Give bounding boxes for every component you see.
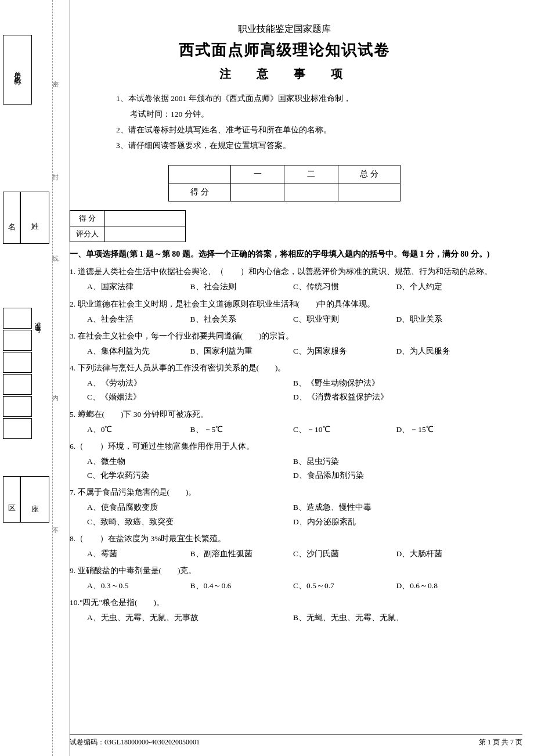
score-header-blank (169, 165, 231, 183)
question-10: 10."四无"粮仓是指( )。 A、无虫、无霉、无鼠、无事故 B、无蝇、无虫、无… (70, 596, 499, 625)
seat-label: 区 (6, 498, 17, 501)
q3-options: A、集体利益为先 B、国家利益为重 C、为国家服务 D、为人民服务 (87, 344, 499, 358)
exam-box-5 (3, 396, 32, 417)
title-notice: 注 意 事 项 (70, 66, 499, 82)
q2-option-a: A、社会生活 (87, 312, 190, 326)
q10-options: A、无虫、无霉、无鼠、无事故 B、无蝇、无虫、无霉、无鼠、 (87, 611, 499, 625)
footer-page-info: 第 1 页 共 7 页 (479, 737, 522, 747)
q10-option-b: B、无蝇、无虫、无霉、无鼠、 (293, 611, 499, 625)
q6-option-a: A、微生物 (87, 455, 293, 469)
footer-code: 试卷编码：03GL18000000-40302020050001 (70, 737, 200, 747)
q5-option-b: B、－5℃ (190, 423, 294, 437)
left-sidebar: 单位名称 密 封 线 内 不 名 姓 准考证号 区 座 (0, 0, 70, 756)
q2-option-d: D、职业关系 (396, 312, 500, 326)
notice-item-3: 3、请仔细阅读答题要求，在规定位置填写答案。 (116, 138, 464, 153)
notice-item-1: 1、本试卷依据 2001 年颁布的《西式面点师》国家职业标准命制， (116, 91, 464, 106)
q8-text: 8.（ ）在盐浓度为 3%时最宜生长繁殖。 (70, 532, 499, 546)
q7-options: A、使食品腐败变质 B、造成急、慢性中毒 C、致畸、致癌、致突变 D、内分泌腺紊… (87, 501, 499, 529)
small-score-row1: 得 分 (70, 211, 186, 226)
q3-option-a: A、集体利益为先 (87, 344, 190, 358)
q9-options: A、0.3～0.5 B、0.4～0.6 C、0.5～0.7 D、0.6～0.8 (87, 579, 499, 593)
small-score-label1: 得 分 (70, 211, 105, 226)
score-cell-total[interactable] (338, 183, 400, 201)
q7-option-a: A、使食品腐败变质 (87, 501, 293, 514)
q5-option-a: A、0℃ (87, 423, 190, 437)
q7-option-b: B、造成急、慢性中毒 (293, 501, 499, 514)
question-4: 4. 下列法律与烹饪人员从事的工作没有密切关系的是( )。 A、《劳动法》 B、… (70, 362, 499, 405)
notice-section: 1、本试卷依据 2001 年颁布的《西式面点师》国家职业标准命制， 考试时间：1… (104, 91, 464, 153)
main-content: 职业技能鉴定国家题库 西式面点师高级理论知识试卷 注 意 事 项 1、本试卷依据… (70, 23, 499, 625)
q5-option-c: C、－10℃ (293, 423, 396, 437)
cut-label-2: 封 (51, 168, 60, 170)
exam-boxes (3, 308, 32, 439)
seat-box2: 座 (20, 476, 49, 523)
q5-option-d: D、－15℃ (396, 423, 500, 437)
score-header-2: 二 (284, 165, 338, 183)
unit-name-box: 单位名称 (3, 35, 32, 105)
q4-options: A、《劳动法》 B、《野生动物保护法》 C、《婚姻法》 D、《消费者权益保护法》 (87, 376, 499, 405)
small-score-table: 得 分 评分人 (70, 210, 186, 242)
score-header-total: 总 分 (338, 165, 400, 183)
q5-options: A、0℃ B、－5℃ C、－10℃ D、－15℃ (87, 423, 499, 437)
q10-text: 10."四无"粮仓是指( )。 (70, 596, 499, 610)
q8-option-d: D、大肠杆菌 (396, 547, 500, 561)
cut-label-5: 不 (51, 523, 60, 524)
score-cell-2[interactable] (284, 183, 338, 201)
section1-header: 一、单项选择题(第 1 题～第 80 题。选择一个正确的答案，将相应的字母填入题… (70, 248, 499, 261)
q6-text: 6.（ ）环境，可通过生物富集作用作用于人体。 (70, 440, 499, 453)
q1-options: A、国家法律 B、社会法则 C、传统习惯 D、个人约定 (87, 280, 499, 294)
small-score-section: 得 分 评分人 (70, 210, 499, 242)
exam-box-1 (3, 308, 32, 329)
q9-text: 9. 亚硝酸盐的中毒剂量是( )克。 (70, 564, 499, 578)
q2-option-b: B、社会关系 (190, 312, 294, 326)
q4-option-b: B、《野生动物保护法》 (293, 376, 499, 390)
small-score-value1[interactable] (104, 211, 185, 226)
question-2: 2. 职业道德在社会主义时期，是社会主义道德原则在职业生活和( )中的具体体现。… (70, 298, 499, 326)
score-header-row: 一 二 总 分 (169, 165, 400, 183)
q7-option-c: C、致畸、致癌、致突变 (87, 515, 293, 529)
question-3: 3. 在社会主义社会中，每一个行业都要共同遵循( )的宗旨。 A、集体利益为先 … (70, 330, 499, 358)
q1-option-d: D、个人约定 (396, 280, 500, 294)
q1-option-b: B、社会法则 (190, 280, 294, 294)
q4-option-c: C、《婚姻法》 (87, 390, 293, 404)
small-score-row2: 评分人 (70, 226, 186, 242)
score-cell-1[interactable] (230, 183, 284, 201)
question-5: 5. 蟑螂在( )下 30 分钟即可被冻死。 A、0℃ B、－5℃ C、－10℃… (70, 408, 499, 437)
q2-text: 2. 职业道德在社会主义时期，是社会主义道德原则在职业生活和( )中的具体体现。 (70, 298, 499, 311)
q8-option-a: A、霉菌 (87, 547, 190, 561)
q6-options: A、微生物 B、昆虫污染 C、化学农药污染 D、食品添加剂污染 (87, 455, 499, 483)
q4-option-a: A、《劳动法》 (87, 376, 293, 390)
q9-option-c: C、0.5～0.7 (293, 579, 396, 593)
q1-text: 1. 道德是人类社会生活中依据社会舆论、（ ）和内心信念，以善恶评价为标准的意识… (70, 265, 499, 279)
q7-option-d: D、内分泌腺紊乱 (293, 515, 499, 529)
q8-option-c: C、沙门氏菌 (293, 547, 396, 561)
cut-label-3: 线 (51, 250, 60, 251)
small-score-value2[interactable] (104, 226, 185, 242)
question-7: 7. 不属于食品污染危害的是( )。 A、使食品腐败变质 B、造成急、慢性中毒 … (70, 486, 499, 529)
q1-option-a: A、国家法律 (87, 280, 190, 294)
title-area: 职业技能鉴定国家题库 西式面点师高级理论知识试卷 注 意 事 项 (70, 23, 499, 82)
q4-option-d: D、《消费者权益保护法》 (293, 390, 499, 404)
score-table: 一 二 总 分 得 分 (168, 165, 400, 201)
q6-option-d: D、食品添加剂污染 (293, 469, 499, 483)
q9-option-d: D、0.6～0.8 (396, 579, 500, 593)
question-1: 1. 道德是人类社会生活中依据社会舆论、（ ）和内心信念，以善恶评价为标准的意识… (70, 265, 499, 294)
cut-line (52, 0, 53, 756)
score-header-1: 一 (230, 165, 284, 183)
score-section: 一 二 总 分 得 分 (70, 165, 499, 201)
cut-label-4: 内 (51, 389, 60, 390)
seat-label2: 座 (30, 498, 40, 501)
q2-option-c: C、职业守则 (293, 312, 396, 326)
notice-item-2: 2、请在试卷标封处填写姓名、准考证号和所在单位的名称。 (116, 122, 464, 138)
q3-option-d: D、为人民服务 (396, 344, 500, 358)
unit-name-label: 单位名称 (12, 65, 23, 74)
question-8: 8.（ ）在盐浓度为 3%时最宜生长繁殖。 A、霉菌 B、副溶血性弧菌 C、沙门… (70, 532, 499, 561)
exam-page: 单位名称 密 封 线 内 不 名 姓 准考证号 区 座 (0, 0, 534, 756)
q9-option-a: A、0.3～0.5 (87, 579, 190, 593)
q6-option-c: C、化学农药污染 (87, 469, 293, 483)
q8-options: A、霉菌 B、副溶血性弧菌 C、沙门氏菌 D、大肠杆菌 (87, 547, 499, 561)
q2-options: A、社会生活 B、社会关系 C、职业守则 D、职业关系 (87, 312, 499, 326)
score-row-label: 得 分 (169, 183, 231, 201)
name-label2: 姓 (30, 217, 40, 219)
exam-box-6 (3, 418, 32, 439)
